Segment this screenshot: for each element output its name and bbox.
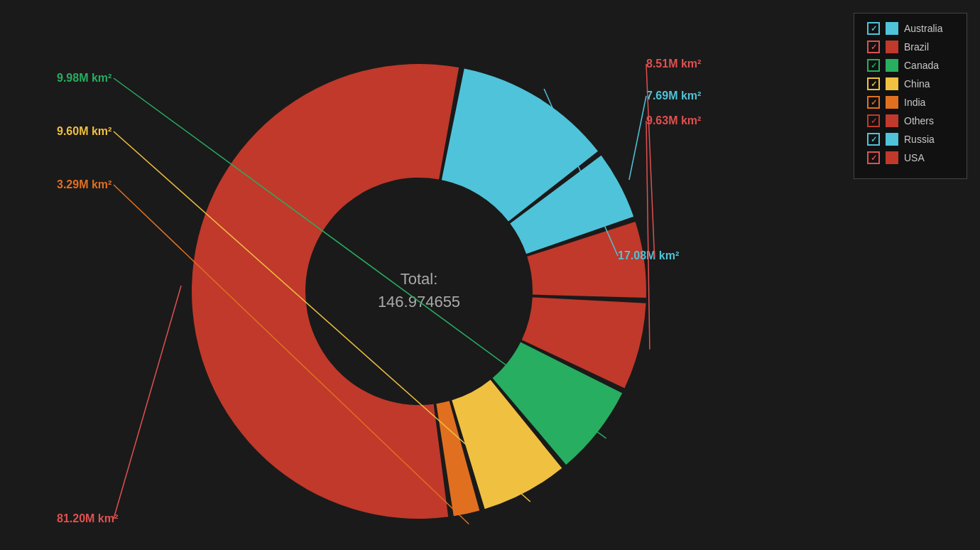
legend-item-australia[interactable]: ✓Australia [867,22,954,35]
legend-color-canada [886,59,898,72]
legend-checkbox-india[interactable]: ✓ [867,96,880,109]
label-text-china: 9.60M km² [57,125,111,137]
legend-color-brazil [886,41,898,53]
legend-label-usa: USA [904,152,925,163]
legend-checkbox-usa[interactable]: ✓ [867,151,880,164]
legend-checkbox-china[interactable]: ✓ [867,77,880,90]
donut-chart: Total:146.97465517.08M km²7.69M km²8.51M… [36,14,817,550]
label-text-canada: 9.98M km² [57,72,111,84]
legend-color-others [886,114,898,127]
legend-label-russia: Russia [904,134,935,145]
legend-label-india: India [904,97,925,108]
legend-checkbox-others[interactable]: ✓ [867,114,880,127]
label-text-india: 3.29M km² [57,178,111,190]
legend-color-china [886,77,898,90]
legend-color-russia [886,133,898,146]
chart-total-label: Total: [401,270,438,288]
label-text-others: 81.20M km² [57,512,118,524]
legend-label-australia: Australia [904,23,942,34]
legend-checkbox-australia[interactable]: ✓ [867,22,880,35]
legend-label-others: Others [904,115,934,126]
legend-label-canada: Canada [904,60,939,71]
label-line-others [114,286,181,519]
legend-color-usa [886,151,898,164]
legend-item-brazil[interactable]: ✓Brazil [867,41,954,53]
chart-container: Total:146.97465517.08M km²7.69M km²8.51M… [0,0,980,550]
label-line-usa [646,121,650,350]
segment-others [192,64,459,519]
label-text-australia: 7.69M km² [646,90,701,102]
legend-color-australia [886,22,898,35]
label-text-brazil: 8.51M km² [646,58,701,70]
legend-checkbox-russia[interactable]: ✓ [867,133,880,146]
legend-item-india[interactable]: ✓India [867,96,954,109]
legend-checkbox-canada[interactable]: ✓ [867,59,880,72]
legend-item-others[interactable]: ✓Others [867,114,954,127]
legend-item-russia[interactable]: ✓Russia [867,133,954,146]
legend: ✓Australia✓Brazil✓Canada✓China✓India✓Oth… [854,13,967,179]
legend-label-brazil: Brazil [904,41,929,53]
label-text-usa: 9.63M km² [646,114,701,126]
legend-checkbox-brazil[interactable]: ✓ [867,41,880,53]
legend-color-india [886,96,898,109]
label-line-australia [629,96,646,180]
legend-label-china: China [904,78,930,90]
legend-item-usa[interactable]: ✓USA [867,151,954,164]
legend-item-china[interactable]: ✓China [867,77,954,90]
legend-item-canada[interactable]: ✓Canada [867,59,954,72]
